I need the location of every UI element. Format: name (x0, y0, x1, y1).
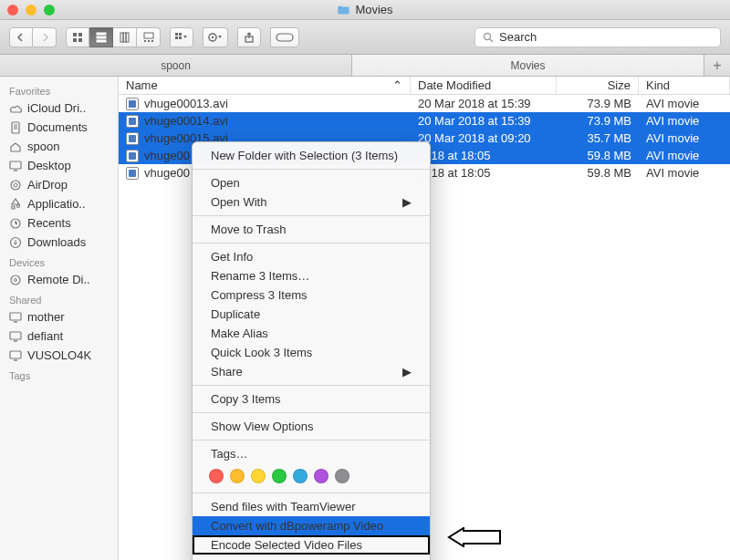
tag-color[interactable] (209, 469, 224, 483)
sidebar-item[interactable]: Desktop (0, 156, 118, 175)
menu-item[interactable]: Move to Trash (193, 220, 430, 239)
file-row[interactable]: vhuge00014.avi20 Mar 2018 at 15:3973.9 M… (119, 112, 730, 130)
sidebar-item[interactable]: Applicatio.. (0, 194, 118, 213)
file-row[interactable]: vhuge00013.avi20 Mar 2018 at 15:3973.9 M… (119, 95, 730, 112)
file-size: 35.7 MB (557, 131, 639, 145)
column-date[interactable]: Date Modified (411, 77, 557, 94)
menu-item[interactable]: Convert with dBpoweramp Video (193, 516, 430, 535)
add-tab-button[interactable]: + (704, 55, 730, 76)
column-kind[interactable]: Kind (639, 77, 730, 94)
menu-item[interactable]: Open With▶ (193, 192, 430, 212)
tab-spoon[interactable]: spoon (0, 55, 352, 76)
share-button[interactable] (237, 27, 261, 47)
svg-rect-9 (126, 33, 129, 42)
sidebar-item[interactable]: AirDrop (0, 175, 118, 194)
svg-rect-31 (10, 313, 21, 320)
svg-point-30 (15, 278, 17, 281)
tag-color[interactable] (272, 469, 287, 483)
titlebar: Movies (0, 0, 730, 20)
menu-item-label: Open (211, 176, 240, 190)
sidebar-item[interactable]: VUSOLO4K (0, 346, 118, 365)
tag-color[interactable] (293, 469, 308, 483)
menu-item-label: Share (211, 365, 243, 379)
disc-icon (9, 274, 22, 286)
sidebar-item-label: Applicatio.. (27, 197, 86, 211)
sidebar-item[interactable]: Remote Di.. (0, 270, 118, 289)
svg-point-29 (11, 275, 20, 285)
column-size[interactable]: Size (557, 77, 639, 94)
tag-color[interactable] (251, 469, 266, 483)
forward-button[interactable] (33, 27, 57, 47)
window-controls (7, 5, 55, 16)
sidebar-item[interactable]: iCloud Dri.. (0, 99, 118, 118)
tag-color[interactable] (230, 469, 245, 483)
sidebar-item-label: Desktop (27, 159, 71, 172)
file-kind: AVI movie (639, 149, 730, 162)
menu-item[interactable]: Send files with TeamViewer (193, 497, 430, 516)
sidebar-item[interactable]: Documents (0, 118, 118, 137)
file-icon (126, 132, 139, 145)
clock-icon (9, 217, 22, 230)
tag-button[interactable] (270, 27, 299, 47)
submenu-arrow-icon: ▶ (402, 365, 412, 379)
sidebar-item[interactable]: spoon (0, 137, 118, 156)
sort-asc-icon: ⌃ (392, 78, 402, 92)
file-date: 2018 at 18:05 (411, 166, 557, 180)
action-button[interactable] (203, 27, 228, 47)
menu-item[interactable]: Get Info (193, 247, 430, 266)
menu-separator (193, 385, 430, 386)
file-kind: AVI movie (639, 166, 730, 180)
nav-buttons (9, 27, 57, 47)
menu-item[interactable]: Quick Look 3 Items (193, 343, 430, 362)
svg-rect-1 (78, 33, 82, 36)
arrange-button[interactable] (170, 27, 193, 47)
icon-view-button[interactable] (66, 27, 89, 47)
list-view-button[interactable] (89, 27, 113, 47)
sidebar-item[interactable]: defiant (0, 327, 118, 346)
menu-item[interactable]: Make Alias (193, 324, 430, 343)
svg-point-25 (11, 181, 20, 190)
menu-item[interactable]: Open (193, 173, 430, 192)
menu-separator (193, 412, 430, 413)
file-name: vhuge00013.avi (144, 97, 228, 110)
svg-rect-15 (179, 33, 182, 36)
column-view-button[interactable] (113, 27, 137, 47)
menu-item[interactable]: Tags… (193, 444, 430, 463)
sidebar-item[interactable]: Recents (0, 213, 118, 233)
back-button[interactable] (9, 27, 33, 47)
sidebar-item[interactable]: Downloads (0, 233, 118, 252)
file-name: vhuge00 (144, 166, 190, 180)
menu-item-label: Duplicate (211, 307, 260, 321)
zoom-button[interactable] (44, 5, 55, 16)
svg-point-22 (485, 33, 491, 39)
menu-item[interactable]: Open in SourceTree (193, 555, 430, 560)
monitor-icon (9, 349, 22, 362)
gallery-view-button[interactable] (137, 27, 161, 47)
tab-movies[interactable]: Movies (352, 55, 704, 76)
menu-tags-row (193, 463, 430, 489)
menu-item[interactable]: Duplicate (193, 305, 430, 324)
svg-rect-24 (10, 161, 21, 169)
tag-color[interactable] (314, 469, 328, 483)
menu-item[interactable]: Encode Selected Video Files (193, 535, 430, 555)
column-name[interactable]: Name⌃ (119, 77, 411, 94)
close-button[interactable] (7, 5, 18, 16)
menu-item[interactable]: Share▶ (193, 362, 430, 381)
search-placeholder: Search (499, 30, 537, 44)
menu-item[interactable]: Show View Options (193, 417, 430, 436)
file-name: vhuge00 (144, 149, 190, 162)
minimize-button[interactable] (26, 5, 36, 16)
menu-item[interactable]: Copy 3 Items (193, 389, 430, 409)
svg-rect-32 (10, 332, 21, 339)
tag-color[interactable] (335, 469, 349, 483)
context-menu[interactable]: New Folder with Selection (3 Items)OpenO… (192, 141, 431, 560)
menu-item[interactable]: Compress 3 Items (193, 285, 430, 305)
sidebar-item[interactable]: mother (0, 307, 118, 327)
menu-item[interactable]: New Folder with Selection (3 Items) (193, 146, 430, 165)
file-icon (126, 98, 139, 110)
file-date: 20 Mar 2018 at 09:20 (411, 131, 557, 145)
search-input[interactable]: Search (474, 27, 721, 47)
annotation-arrow (447, 527, 502, 550)
sidebar-item-label: Remote Di.. (27, 273, 90, 286)
menu-item[interactable]: Rename 3 Items… (193, 266, 430, 285)
